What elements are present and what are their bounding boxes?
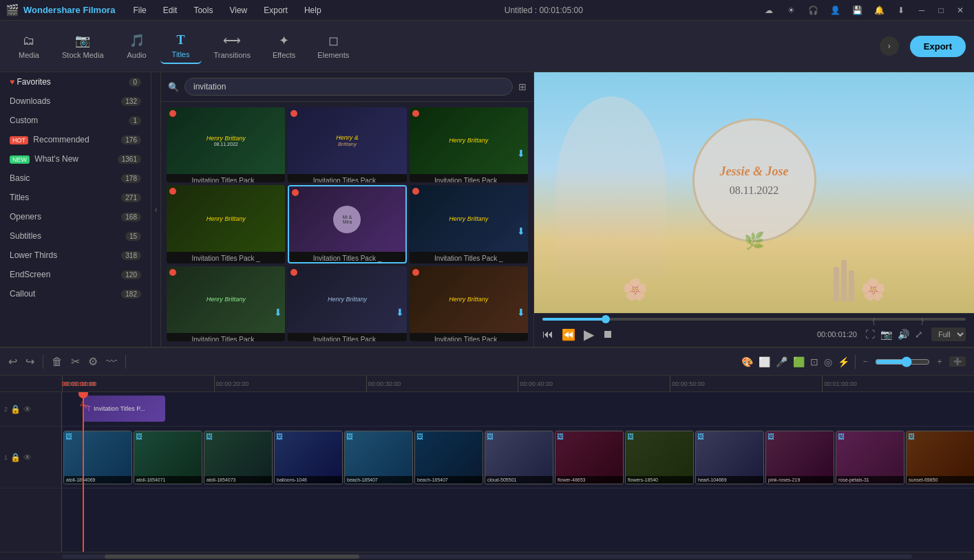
track-1-lock-icon[interactable]: 🔒 — [10, 453, 21, 462]
video-clip-heart[interactable]: 🖼 heart-104669 — [695, 431, 764, 484]
video-clip-rosepetals[interactable]: 🖼 rose-petals-31 — [836, 431, 904, 484]
headphone-icon[interactable]: 🎧 — [803, 1, 823, 20]
sidebar-item-endscreen[interactable]: EndScreen 120 — [0, 265, 151, 284]
app-name: Wondershare Filmora — [23, 5, 115, 15]
thumbnail-item-2[interactable]: Henry & Brittany Invitation Titles Pack … — [288, 107, 406, 182]
redo-button[interactable]: ↪ — [25, 355, 34, 368]
add-track-button[interactable]: ➕ — [949, 356, 966, 367]
export-button[interactable]: Export — [910, 36, 966, 57]
sidebar-item-downloads[interactable]: Downloads 132 — [0, 91, 151, 111]
title-clip[interactable]: T Invitation Titles P... — [83, 396, 165, 422]
floral-right-icon: 🌸 — [860, 277, 886, 301]
sidebar-item-custom[interactable]: Custom 1 — [0, 111, 151, 130]
zoom-slider[interactable] — [875, 356, 930, 367]
thumbnail-item-1[interactable]: Henry Brittany 08.11.2022 Invitation Tit… — [167, 107, 285, 182]
video-clip-atoll2[interactable]: 🖼 atoll-1854071 — [134, 431, 202, 484]
sidebar-item-lower-thirds[interactable]: Lower Thirds 318 — [0, 246, 151, 265]
volume-icon[interactable]: 🔊 — [898, 329, 909, 340]
speed-icon[interactable]: ⚡ — [838, 356, 849, 367]
sidebar-item-openers[interactable]: Openers 168 — [0, 207, 151, 226]
save-icon[interactable]: 💾 — [847, 1, 867, 20]
quality-select[interactable]: Full 1/2 1/4 — [931, 327, 966, 341]
toolbar-transitions[interactable]: ⟷ Transitions — [204, 29, 260, 63]
step-back-button[interactable]: ⏮ — [542, 328, 553, 341]
thumbnail-item-3[interactable]: Henry Brittany ⬇ Invitation Titles Pack … — [410, 107, 528, 182]
grid-view-icon[interactable]: ⊞ — [518, 81, 527, 92]
sidebar-item-titles[interactable]: Titles 271 — [0, 188, 151, 207]
video-clip-cloud[interactable]: 🖼 cloud-505501 — [485, 431, 553, 484]
video-clip-flower[interactable]: 🖼 flower-48653 — [555, 431, 624, 484]
zoom-in-icon[interactable]: ＋ — [935, 356, 944, 367]
toolbar-media[interactable]: 🗂 Media — [8, 30, 50, 63]
video-clip-sunset[interactable]: 🖼 sunset-69850 — [906, 431, 974, 484]
sidebar-item-favorites[interactable]: ♥ Favorites 0 — [0, 72, 151, 91]
maximize-button[interactable]: □ — [933, 2, 949, 19]
play-button[interactable]: ▶ — [584, 326, 594, 343]
close-button[interactable]: ✕ — [952, 2, 968, 19]
thumbnail-item-4[interactable]: Henry Brittany Invitation Titles Pack _ — [167, 185, 285, 263]
toolbar-titles[interactable]: T Titles — [160, 29, 202, 64]
cloud-icon[interactable]: ☁ — [759, 1, 779, 20]
menu-edit[interactable]: Edit — [156, 3, 184, 17]
pip-icon[interactable]: ⊡ — [810, 356, 818, 367]
thumbnail-item-8[interactable]: Henry Brittany ⬇ Invitation Titles Pack … — [288, 266, 406, 341]
toolbar-effects[interactable]: ✦ Effects — [263, 29, 305, 63]
progress-handle[interactable] — [602, 315, 610, 323]
video-clip-beach1[interactable]: 🖼 beach-185407 — [344, 431, 413, 484]
sun-icon[interactable]: ☀ — [781, 1, 801, 20]
scrollbar-thumb[interactable] — [105, 554, 360, 559]
fullscreen-preview-icon[interactable]: ⛶ — [865, 329, 875, 340]
sidebar-item-recommended[interactable]: HOT Recommended 176 — [0, 130, 151, 149]
search-input[interactable] — [184, 78, 513, 96]
mask-icon[interactable]: ⬜ — [759, 356, 770, 367]
person-icon[interactable]: 👤 — [825, 1, 845, 20]
thumbnail-item-9[interactable]: Henry Brittany ⬇ Invitation Titles Pack … — [410, 266, 528, 341]
timeline-scrollbar[interactable] — [0, 552, 974, 560]
thumbnail-item-6[interactable]: Henry Brittany ⬇ Invitation Titles Pack … — [410, 185, 528, 263]
color-match-icon[interactable]: 🎨 — [741, 356, 753, 367]
sidebar-item-callout[interactable]: Callout 182 — [0, 284, 151, 303]
audio-wave-button[interactable]: 〰 — [106, 356, 117, 368]
progress-bar[interactable]: { } — [542, 318, 966, 321]
sidebar-item-subtitles[interactable]: Subtitles 15 — [0, 226, 151, 246]
sidebar-item-basic[interactable]: Basic 178 — [0, 169, 151, 188]
toolbar-audio[interactable]: 🎵 Audio — [116, 29, 158, 63]
mic-icon[interactable]: 🎤 — [776, 356, 787, 367]
video-clip-beach2[interactable]: 🖼 beach-185407 — [414, 431, 483, 484]
expand-icon[interactable]: ⤢ — [915, 329, 923, 340]
menu-help[interactable]: Help — [297, 3, 328, 17]
green-screen-icon[interactable]: 🟩 — [793, 356, 805, 367]
track-2-lock-icon[interactable]: 🔒 — [10, 405, 21, 414]
menu-view[interactable]: View — [222, 3, 254, 17]
undo-button[interactable]: ↩ — [8, 355, 17, 368]
clip-settings-button[interactable]: ⚙ — [88, 355, 98, 368]
stop-button[interactable]: ⏹ — [602, 328, 613, 341]
menu-export[interactable]: Export — [257, 3, 295, 17]
expand-toolbar-button[interactable]: › — [880, 36, 899, 56]
video-clip-pinkroses[interactable]: 🖼 pink-roses-219 — [765, 431, 834, 484]
bell-icon[interactable]: 🔔 — [869, 1, 889, 20]
menu-file[interactable]: File — [126, 3, 153, 17]
track-1-eye-icon[interactable]: 👁 — [23, 453, 32, 462]
video-clip-atoll3[interactable]: 🖼 atoll-1854073 — [204, 431, 273, 484]
stabilize-icon[interactable]: ◎ — [824, 356, 832, 367]
download-icon[interactable]: ⬇ — [891, 1, 911, 20]
thumbnail-item-7[interactable]: Henry Brittany ⬇ Invitation Titles Pack … — [167, 266, 285, 341]
video-clip-flowers[interactable]: 🖼 flowers-18540 — [625, 431, 694, 484]
delete-button[interactable]: 🗑 — [52, 356, 63, 368]
zoom-out-icon[interactable]: － — [861, 356, 869, 367]
menu-tools[interactable]: Tools — [187, 3, 220, 17]
track-2-eye-icon[interactable]: 👁 — [23, 405, 32, 414]
sidebar-collapse-button[interactable]: ‹ — [151, 72, 161, 347]
snapshot-icon[interactable]: 📷 — [880, 329, 892, 340]
video-clip-balloons[interactable]: 🖼 balloons-1046 — [274, 431, 343, 484]
toolbar-elements[interactable]: ◻ Elements — [308, 29, 359, 63]
cut-button[interactable]: ✂ — [71, 355, 80, 368]
toolbar-stock[interactable]: 📷 Stock Media — [52, 29, 114, 63]
prev-frame-button[interactable]: ⏪ — [562, 328, 575, 341]
minimize-button[interactable]: ─ — [913, 2, 930, 19]
thumbnail-item-5[interactable]: Mi &Mira Invitation Titles Pack _ — [288, 185, 406, 263]
video-clip-atoll1[interactable]: 🖼 atoll-1854069 — [63, 431, 132, 484]
sidebar-item-whats-new[interactable]: NEW What's New 1361 — [0, 149, 151, 169]
thumbnail-label-1: Invitation Titles Pack _ — [167, 174, 285, 182]
